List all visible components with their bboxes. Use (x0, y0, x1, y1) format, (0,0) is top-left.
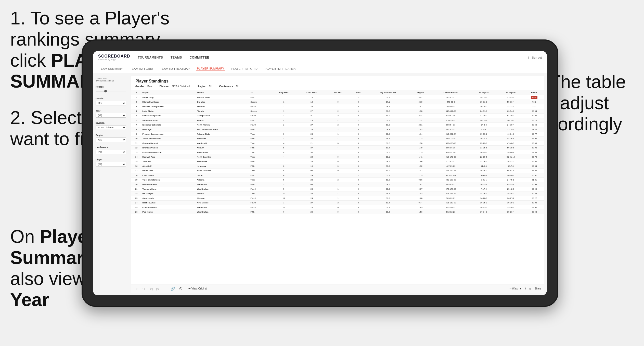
table-row[interactable]: 1 Wenyi Ding Arizona State First 1 15 1 … (131, 95, 544, 100)
cell-adj: 67.1 (366, 100, 410, 104)
conference-select[interactable]: (All) (96, 150, 126, 154)
redo-button[interactable]: ↪ (141, 286, 147, 291)
cell-rds: 2 (326, 123, 350, 127)
cell-top25: 28-15-0 (470, 95, 497, 100)
table-row[interactable]: 16 Alex Goff Kentucky Fifth 8 19 0 0 68.… (131, 164, 544, 169)
cell-school: Texas A&M (196, 150, 249, 155)
cell-top50: 49-35-9 (497, 182, 524, 187)
table-row[interactable]: 6 Jackson Koivun Auburn First 2 29 2 1 6… (131, 118, 544, 123)
cell-top50: 20-68-0 (497, 173, 524, 178)
cell-reg-rank: 1 (271, 201, 297, 205)
cell-points: 56.77 (524, 132, 544, 136)
cell-points: 55.55 (524, 159, 544, 164)
cell-wins: 0 (350, 169, 366, 173)
conference-filter: Conference: All (219, 85, 239, 88)
col-avg-sg: Avg SG (409, 90, 431, 95)
table-row[interactable]: 22 Ian Gilligan Florida Third 10 24 1 0 … (131, 191, 544, 196)
cell-school: Florida (196, 191, 249, 196)
table-row[interactable]: 24 Bastien Amat New Mexico Fourth 1 27 2… (131, 201, 544, 205)
sign-out-link[interactable]: Sign out (532, 56, 542, 59)
cell-rds: 1 (326, 104, 350, 109)
slider-thumb[interactable] (104, 90, 107, 92)
table-row[interactable]: 17 David Ford North Carolina Third 6 09 … (131, 169, 544, 173)
table-row[interactable]: 12 Brendan Valdes Auburn Fifth 5 37 4 0 … (131, 146, 544, 150)
cell-rank: 7 (131, 123, 141, 127)
division-filter-value: NCAA Division I (171, 85, 190, 88)
table-row[interactable]: 15 Jake Hall Tennessee Fifth 7 28 6 0 68… (131, 159, 544, 164)
division-select[interactable]: NCAA Division I (96, 125, 126, 130)
table-row[interactable]: 13 Phichaksn Maichon Texas A&M Third 6 3… (131, 150, 544, 155)
bottom-toolbar: ↩ ↪ ◁ ▷ ⊞ 🔗 ⏱ 👁 View: Original 👁 Watch (131, 284, 544, 293)
year-select[interactable]: (All) (96, 113, 126, 118)
forward-button[interactable]: ▷ (156, 286, 160, 291)
cell-yr: Fourth (249, 201, 270, 205)
subnav-team-h2h-grid[interactable]: TEAM H2H GRID (129, 67, 154, 71)
subnav-player-summary[interactable]: PLAYER SUMMARY (196, 66, 225, 71)
gender-select[interactable]: Men (96, 101, 126, 105)
cell-yr: Third (249, 150, 270, 155)
watch-button[interactable]: 👁 Watch ▾ (509, 287, 521, 290)
table-row[interactable]: 23 Jack Lundin Missouri Fourth 11 24 1 0… (131, 196, 544, 201)
cell-top50: 19-19-0 (497, 201, 524, 205)
cell-top25: 14-20-1 (470, 196, 497, 201)
cell-player: Bastien Amat (141, 201, 196, 205)
download-button[interactable]: ⬇ (524, 287, 526, 290)
table-row[interactable]: 18 Luke Powell UCLA First 4 24 1 1 69.1 … (131, 173, 544, 178)
subnav-player-h2h-grid[interactable]: PLAYER H2H GRID (230, 67, 259, 71)
link-button[interactable]: 🔗 (170, 286, 176, 291)
nav-tournaments[interactable]: TOURNAMENTS (138, 55, 163, 60)
table-row[interactable]: 4 Luke Claton Florida Second 1 27 2 1 68… (131, 109, 544, 114)
player-select[interactable]: (All) (96, 162, 126, 167)
cell-rds: 0 (326, 164, 350, 169)
table-row[interactable]: 3 Michael Thorbjornsen Stanford Fourth 1… (131, 104, 544, 109)
subnav-team-summary[interactable]: TEAM SUMMARY (98, 67, 124, 71)
cell-player: Luke Powell (141, 173, 196, 178)
clock-button[interactable]: ⏱ (178, 286, 184, 291)
table-row[interactable]: 26 Petr Hruby Washington Fifth 7 25 0 0 … (131, 210, 544, 214)
cell-record: 500-155-31 (431, 173, 470, 178)
cell-reg-rank: 4 (271, 141, 297, 146)
table-row[interactable]: 7 Nicholas Gabrelcik North Florida Fourt… (131, 123, 544, 127)
region-label: Region (96, 134, 126, 136)
cell-top50: 61-20-3 (497, 114, 524, 118)
view-label[interactable]: 👁 View: Original (188, 287, 207, 290)
table-row[interactable]: 20 Matthew Riedel Vanderbilt Fifth 3 08 … (131, 182, 544, 187)
table-row[interactable]: 2 Michael Le Sasso Ole Miss Second 1 18 … (131, 100, 544, 104)
table-row[interactable]: 11 Gordon Sargent Vanderbilt Third 4 21 … (131, 141, 544, 146)
share-button[interactable]: Share (534, 287, 541, 290)
cell-wins: 1 (350, 118, 366, 123)
cell-top50: 18-7-3 (497, 164, 524, 169)
table-header-row: # Player School Yr Reg Rank Conf Rank No… (131, 90, 544, 95)
slider-container[interactable] (96, 89, 126, 93)
cell-conf-rank: 24 (297, 132, 326, 136)
cell-wins: 0 (350, 159, 366, 164)
table-row[interactable]: 14 Maxwell Ford North Carolina Third 4 2… (131, 155, 544, 159)
gender-section: Gender Men (96, 97, 126, 105)
gender-label: Gender (96, 97, 126, 100)
table-row[interactable]: 5 Christo Lamprecht Georgia Tech Fourth … (131, 114, 544, 118)
settings-icon[interactable]: ⊟ (529, 287, 531, 290)
table-row[interactable]: 9 Preston Summerhays Arizona State Third… (131, 132, 544, 136)
cell-adj: 68.5 (366, 159, 410, 164)
cell-player: Christo Lamprecht (141, 114, 196, 118)
region-select[interactable]: N/A (96, 137, 126, 142)
cell-conf-rank: 22 (297, 155, 326, 159)
nav-committee[interactable]: COMMITTEE (190, 55, 209, 60)
table-row[interactable]: 10 Jacob Skov Olesen Arkansas Fifth 3 22… (131, 136, 544, 141)
table-row[interactable]: 25 Cole Sherwood Vanderbilt Fourth 12 23… (131, 205, 544, 210)
table-row[interactable]: 19 Tiger Christensen Arizona Third 5 23 … (131, 178, 544, 182)
undo-button[interactable]: ↩ (134, 286, 139, 291)
table-row[interactable]: 21 Taehoon Song Washington Fourth 5 23 1… (131, 187, 544, 191)
subnav-team-h2h-heatmap[interactable]: TEAM H2H HEATMAP (159, 67, 191, 71)
table-row[interactable]: 8 Mats Ege East Tennessee State Fifth 1 … (131, 127, 544, 132)
cell-rank: 25 (131, 205, 141, 210)
col-top50: Vs Top 50 (497, 90, 524, 95)
cell-rds: 2 (326, 201, 350, 205)
subnav-player-h2h-heatmap[interactable]: PLAYER H2H HEATMAP (264, 67, 298, 71)
cell-record: 412-179-38 (431, 155, 470, 159)
cell-top25: 10-10-2 (470, 104, 497, 109)
back-button[interactable]: ◁ (149, 286, 153, 291)
copy-button[interactable]: ⊞ (162, 286, 168, 291)
cell-top50: 22-22-0 (497, 104, 524, 109)
nav-teams[interactable]: TEAMS (171, 55, 182, 60)
